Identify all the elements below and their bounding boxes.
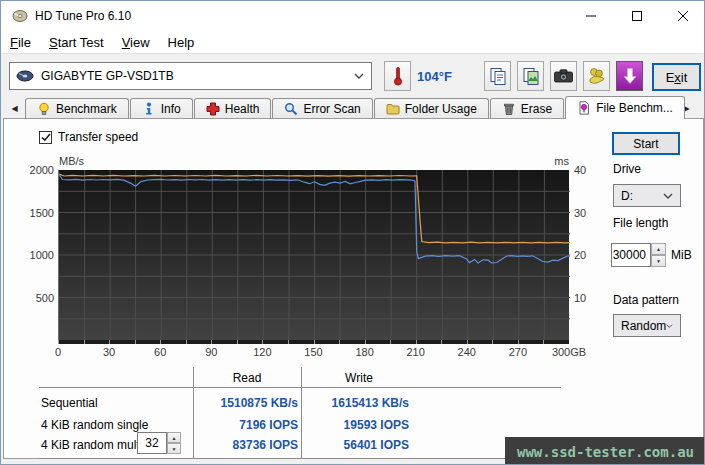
menu-help[interactable]: Help: [159, 33, 204, 52]
tab-health[interactable]: Health: [194, 98, 272, 119]
tab-error-scan[interactable]: Error Scan: [272, 98, 372, 119]
menu-file[interactable]: File: [1, 33, 40, 52]
y-axis-right: 40302010: [574, 170, 604, 340]
tab-label: Info: [161, 102, 181, 116]
disk-icon: [16, 69, 34, 83]
queue-depth-control: 32 ▲ ▼: [137, 432, 181, 454]
table-divider-1: [193, 367, 194, 458]
temperature-button[interactable]: [384, 61, 411, 91]
x-axis-tick: 210: [391, 346, 441, 358]
trash-icon: [502, 102, 516, 116]
thermometer-icon: [392, 66, 404, 86]
menu-view[interactable]: View: [113, 33, 159, 52]
file-benchmark-icon: [577, 101, 591, 115]
copy-text-icon: [489, 67, 507, 85]
x-axis-tick: 300GB: [544, 346, 594, 358]
row-label-random-single: 4 KiB random single: [41, 418, 148, 432]
y-axis-left-tick: 2000: [11, 164, 54, 176]
y-axis-left-tick: 1000: [11, 249, 54, 261]
table-divider-2: [301, 367, 302, 458]
tab-label: Benchmark: [56, 102, 117, 116]
y-axis-left-tick: 500: [11, 292, 54, 304]
transfer-speed-row: Transfer speed: [39, 130, 138, 144]
copy-image-button[interactable]: [517, 61, 544, 91]
x-axis-tick: 120: [237, 346, 287, 358]
x-axis-tick: 30: [84, 346, 134, 358]
x-axis-tick: 0: [33, 346, 83, 358]
tab-bar: ◀ Benchmark Info Health: [1, 96, 705, 119]
tab-scroll-left-icon[interactable]: ◀: [7, 100, 22, 117]
y-axis-right-tick: 30: [574, 207, 604, 219]
y-axis-right-title: ms: [546, 155, 569, 167]
menu-bar: File Start Test View Help: [1, 31, 705, 53]
random-single-write-value: 19593 IOPS: [309, 418, 409, 432]
toolbar: GIGABYTE GP-VSD1TB 104°F: [1, 53, 705, 96]
start-button[interactable]: Start: [612, 132, 680, 155]
data-pattern-label: Data pattern: [613, 293, 679, 307]
transfer-speed-label: Transfer speed: [58, 130, 138, 144]
y-axis-left-title: MB/s: [59, 155, 84, 167]
tab-benchmark[interactable]: Benchmark: [25, 98, 129, 119]
screenshot-button[interactable]: [550, 61, 577, 91]
write-column-header: Write: [307, 371, 411, 385]
file-length-label: File length: [613, 216, 668, 230]
tab-info[interactable]: Info: [130, 98, 193, 119]
queue-depth-down-icon[interactable]: ▼: [167, 443, 181, 454]
tab-file-benchmark[interactable]: File Benchm...: [565, 96, 685, 119]
maximize-button[interactable]: [614, 1, 660, 31]
minimize-button[interactable]: [568, 1, 614, 31]
random-multi-write-value: 56401 IOPS: [309, 438, 409, 452]
drive-select[interactable]: D:: [613, 184, 681, 207]
queue-depth-input[interactable]: 32: [137, 432, 167, 454]
queue-depth-up-icon[interactable]: ▲: [167, 432, 181, 443]
x-axis: 0306090120150180210240270300GB: [58, 346, 569, 360]
exit-button[interactable]: Exit: [652, 63, 701, 91]
window-title: HD Tune Pro 6.10: [35, 9, 131, 23]
drive-model-select[interactable]: GIGABYTE GP-VSD1TB: [9, 62, 372, 90]
y-axis-left-tick: 1500: [11, 207, 54, 219]
file-length-down-icon[interactable]: ▼: [651, 255, 666, 267]
file-length-input[interactable]: 30000: [611, 243, 651, 267]
menu-start-test[interactable]: Start Test: [40, 33, 113, 52]
row-label-sequential: Sequential: [41, 396, 98, 410]
sequential-read-value: 1510875 KB/s: [201, 396, 298, 410]
x-axis-tick: 270: [493, 346, 543, 358]
y-axis-left: 200015001000500: [11, 170, 54, 340]
tab-erase[interactable]: Erase: [490, 98, 564, 119]
hand-coins-icon: [587, 67, 606, 85]
x-axis-tick: 60: [135, 346, 185, 358]
data-pattern-value: Random: [621, 319, 666, 333]
watermark: www.ssd-tester.com.au: [505, 437, 705, 465]
tab-folder-usage[interactable]: Folder Usage: [374, 98, 489, 119]
data-pattern-select[interactable]: Random: [613, 314, 681, 337]
x-axis-tick: 90: [186, 346, 236, 358]
chevron-down-icon: [663, 193, 673, 199]
table-header-rule: [39, 387, 561, 388]
tab-label: Folder Usage: [405, 102, 477, 116]
tab-label: Health: [225, 102, 260, 116]
title-bar: HD Tune Pro 6.10: [1, 1, 705, 31]
file-length-unit: MiB: [671, 248, 692, 262]
health-cross-icon: [206, 102, 220, 116]
row-label-random-multi: 4 KiB random multi: [41, 438, 142, 452]
app-disk-icon: [12, 8, 28, 24]
donate-button[interactable]: [583, 61, 610, 91]
hd-tune-window: HD Tune Pro 6.10 File Start Test View He…: [0, 0, 705, 465]
random-single-read-value: 7196 IOPS: [201, 418, 298, 432]
x-axis-tick: 240: [442, 346, 492, 358]
checkmark-icon: [41, 133, 51, 142]
x-axis-tick: 180: [340, 346, 390, 358]
close-button[interactable]: [660, 1, 705, 31]
download-arrow-icon: [622, 67, 638, 85]
copy-image-icon: [522, 67, 540, 85]
drive-select-value: D:: [621, 189, 633, 203]
drive-label: Drive: [613, 162, 641, 176]
transfer-speed-checkbox[interactable]: [39, 131, 52, 144]
info-icon: [142, 102, 156, 116]
save-button[interactable]: [616, 61, 643, 91]
file-length-up-icon[interactable]: ▲: [651, 243, 666, 255]
copy-text-button[interactable]: [484, 61, 511, 91]
y-axis-right-tick: 20: [574, 249, 604, 261]
y-axis-right-tick: 40: [574, 164, 604, 176]
chart-plot: [58, 170, 569, 340]
